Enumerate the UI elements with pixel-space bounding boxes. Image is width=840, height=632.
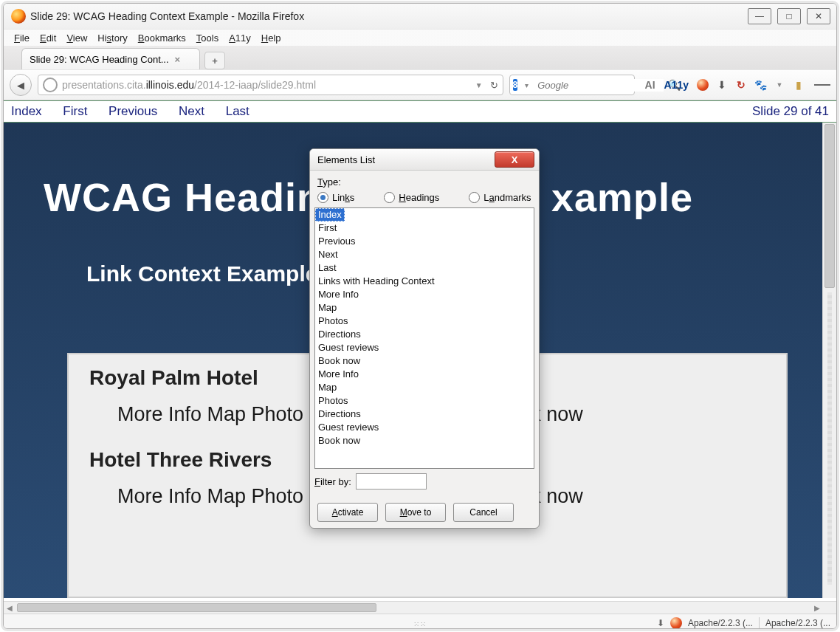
search-engine-dropdown-icon[interactable]: ▾ [525,81,529,89]
radio-links[interactable]: Links [317,192,354,203]
tab-strip: Slide 29: WCAG Heading Cont... × + [4,46,836,69]
site-identity-icon[interactable] [43,78,58,92]
toolbar-ai[interactable]: AI [642,77,658,93]
filter-input[interactable] [356,473,427,490]
status-apache-1: Apache/2.2.3 (... [688,618,753,628]
menubar: File Edit View History Bookmarks Tools A… [4,30,836,46]
radio-headings[interactable]: Headings [384,192,439,203]
list-item[interactable]: Directions [315,408,534,421]
list-item[interactable]: Photos [315,315,534,328]
type-label: Type: [317,176,531,188]
back-button[interactable]: ◀ [10,74,32,96]
menu-help[interactable]: Help [261,32,281,44]
activate-button[interactable]: Activate [317,503,378,522]
menu-history[interactable]: History [97,32,127,44]
dialog-title: Elements List [317,154,495,165]
list-item[interactable]: First [315,221,534,235]
list-item[interactable]: Book now [315,434,534,447]
nav-toolbar: ◀ presentations.cita.illinois.edu/2014-1… [4,69,836,100]
list-item[interactable]: Next [315,248,534,261]
filter-row: Filter by: [314,473,534,490]
close-button[interactable]: ✕ [807,8,830,24]
h-scroll-right-icon[interactable]: ▶ [811,602,823,614]
menu-a11y[interactable]: A11y [229,32,251,44]
firefox-icon [11,9,26,24]
list-item[interactable]: Book now [315,354,534,368]
toolbar-paw-icon[interactable]: 🐾 [752,77,768,93]
window-title: Slide 29: WCAG Heading Context Example -… [30,10,748,22]
h-scroll-thumb[interactable] [17,603,376,612]
toolbar-reload-icon[interactable]: ↻ [733,77,749,93]
search-bar[interactable]: 8 ▾ 🔍 [509,75,635,95]
list-item[interactable]: Photos [315,394,534,408]
url-dropdown-icon[interactable]: ▼ [475,81,483,89]
url-text: presentations.cita.illinois.edu/2014-12-… [62,79,468,91]
menu-file[interactable]: File [14,32,30,44]
tab-close-icon[interactable]: × [175,54,181,65]
dialog-titlebar[interactable]: Elements List X [310,149,539,171]
menu-edit[interactable]: Edit [40,32,56,44]
filter-label: Filter by: [314,476,351,487]
status-download-icon[interactable]: ⬇ [657,618,664,628]
h-scroll-left-icon[interactable]: ◀ [4,602,16,614]
list-item[interactable]: Map [315,381,534,394]
url-bar[interactable]: presentations.cita.illinois.edu/2014-12-… [38,75,503,95]
cancel-button[interactable]: Cancel [453,503,514,522]
tab-title: Slide 29: WCAG Heading Cont... [30,54,169,65]
type-radio-group: Links Headings Landmarks [317,192,531,203]
v-scroll-thumb[interactable] [824,124,835,288]
toolbar-paw-dropdown-icon[interactable]: ▼ [771,77,788,93]
firefox-window: Slide 29: WCAG Heading Context Example -… [3,3,837,629]
resize-grip-icon: ⁙⁙ [413,620,427,628]
toolbar-a11y[interactable]: A11y [661,77,692,93]
status-alert-icon[interactable] [670,617,682,629]
nav-previous[interactable]: Previous [109,104,157,118]
list-item[interactable]: Guest reviews [315,341,534,354]
new-tab-button[interactable]: + [204,52,225,69]
status-apache-2: Apache/2.2.3 (... [765,618,830,628]
elements-list-dialog: Elements List X Type: Links Headings Lan… [309,148,540,529]
nav-first[interactable]: First [63,104,87,118]
v-scroll-track [827,292,832,585]
status-separator [759,617,760,629]
list-item[interactable]: More Info [315,368,534,381]
elements-listbox[interactable]: IndexFirstPreviousNextLastLinks with Hea… [314,207,534,469]
list-item[interactable]: Map [315,301,534,315]
menu-view[interactable]: View [66,32,87,44]
slide-nav: Index First Previous Next Last Slide 29 … [4,100,836,123]
list-item[interactable]: Directions [315,328,534,341]
toolbar-download-icon[interactable]: ⬇ [714,77,730,93]
list-item[interactable]: More Info [315,288,534,301]
horizontal-scrollbar[interactable]: ◀ ▶ ⁙⁙ [4,601,836,614]
titlebar: Slide 29: WCAG Heading Context Example -… [4,4,836,30]
list-item[interactable]: Guest reviews [315,421,534,434]
menu-tools[interactable]: Tools [196,32,218,44]
dialog-close-button[interactable]: X [495,151,534,168]
toolbar-alert-icon[interactable] [695,77,711,93]
nav-next[interactable]: Next [179,104,204,118]
list-item[interactable]: Index [315,208,345,221]
minimize-button[interactable]: — [748,8,771,24]
list-item[interactable]: Links with Heading Context [315,275,534,288]
tab-active[interactable]: Slide 29: WCAG Heading Cont... × [21,48,200,69]
move-to-button[interactable]: Move to [385,503,446,522]
list-item[interactable]: Last [315,261,534,275]
nav-last[interactable]: Last [226,104,249,118]
slide-counter: Slide 29 of 41 [752,104,829,119]
reload-icon[interactable]: ↻ [490,80,498,91]
vertical-scrollbar[interactable] [822,123,836,598]
search-engine-icon[interactable]: 8 [513,79,518,91]
maximize-button[interactable]: □ [777,8,801,24]
radio-landmarks[interactable]: Landmarks [469,192,531,203]
toolbar-pocket-icon[interactable]: ▮ [791,77,807,93]
list-item[interactable]: Previous [315,235,534,248]
hamburger-menu-button[interactable] [814,77,830,93]
menu-bookmarks[interactable]: Bookmarks [138,32,186,44]
nav-index[interactable]: Index [11,104,42,118]
